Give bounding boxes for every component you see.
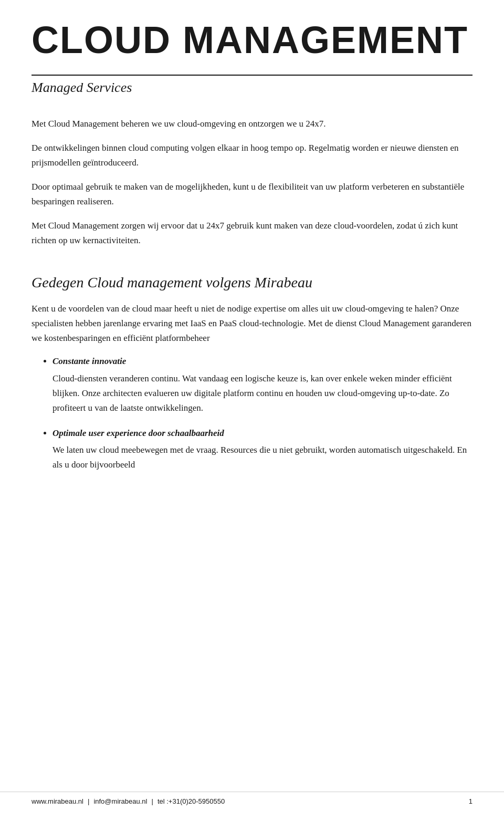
- footer-sep-1: |: [88, 797, 89, 805]
- page-main-title: CLOUD MANAGEMENT: [32, 21, 472, 59]
- footer-sep-2: |: [151, 797, 153, 805]
- list-item: Optimale user experience door schaalbaar…: [52, 426, 472, 472]
- intro-paragraph-1: Met Cloud Management beheren we uw cloud…: [32, 117, 472, 131]
- page-wrapper: CLOUD MANAGEMENT Managed Services Met Cl…: [0, 0, 504, 821]
- bullet-title-1: Constante innovatie: [52, 356, 126, 366]
- footer-email-link[interactable]: info@mirabeau.nl: [93, 797, 147, 805]
- section-intro-text: Kent u de voordelen van de cloud maar he…: [32, 302, 472, 346]
- page-subtitle: Managed Services: [32, 80, 472, 96]
- section-heading: Gedegen Cloud management volgens Mirabea…: [32, 274, 472, 291]
- intro-paragraph-2: De ontwikkelingen binnen cloud computing…: [32, 141, 472, 170]
- bullet-title-2: Optimale user experience door schaalbaar…: [52, 428, 224, 438]
- intro-paragraph-4: Met Cloud Management zorgen wij ervoor d…: [32, 219, 472, 248]
- footer-website-link[interactable]: www.mirabeau.nl: [32, 797, 83, 805]
- list-item: Constante innovatie Cloud-diensten veran…: [52, 354, 472, 415]
- footer-phone: tel :+31(0)20-5950550: [158, 797, 225, 805]
- bullet-detail-1: Cloud-diensten veranderen continu. Wat v…: [52, 371, 472, 415]
- intro-paragraph-3: Door optimaal gebruik te maken van de mo…: [32, 180, 472, 209]
- bullet-detail-2: We laten uw cloud meebewegen met de vraa…: [52, 443, 472, 472]
- page-number: 1: [469, 797, 472, 805]
- features-list: Constante innovatie Cloud-diensten veran…: [52, 354, 472, 472]
- title-divider: [32, 75, 472, 76]
- page-footer: www.mirabeau.nl | info@mirabeau.nl | tel…: [0, 792, 504, 810]
